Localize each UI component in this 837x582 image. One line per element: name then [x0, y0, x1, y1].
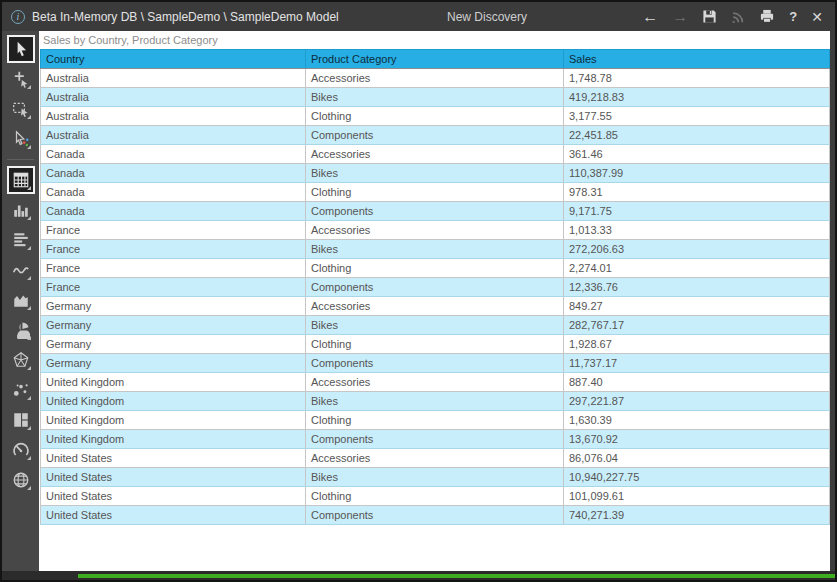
table-cell[interactable]: Canada — [41, 145, 306, 164]
table-cell[interactable]: United Kingdom — [41, 373, 306, 392]
table-cell[interactable]: Accessories — [306, 297, 564, 316]
pie-chart-button[interactable] — [9, 318, 33, 342]
table-cell[interactable]: Components — [306, 202, 564, 221]
table-cell[interactable]: 1,928.67 — [564, 335, 830, 354]
table-cell[interactable]: Australia — [41, 69, 306, 88]
treemap-button[interactable] — [9, 408, 33, 432]
feed-icon[interactable] — [731, 10, 745, 24]
table-cell[interactable]: Australia — [41, 88, 306, 107]
table-cell[interactable]: United States — [41, 506, 306, 525]
table-cell[interactable]: Clothing — [306, 411, 564, 430]
close-icon[interactable]: ✕ — [811, 10, 823, 24]
table-cell[interactable]: Accessories — [306, 69, 564, 88]
table-cell[interactable]: 2,274.01 — [564, 259, 830, 278]
table-cell[interactable]: 110,387.99 — [564, 164, 830, 183]
line-chart-button[interactable] — [9, 258, 33, 282]
table-cell[interactable]: 282,767.17 — [564, 316, 830, 335]
pointer-tool-button[interactable] — [9, 37, 33, 61]
table-cell[interactable]: 297,221.87 — [564, 392, 830, 411]
table-cell[interactable]: 978.31 — [564, 183, 830, 202]
column-header-country[interactable]: Country — [41, 50, 306, 69]
area-chart-button[interactable] — [9, 288, 33, 312]
table-cell[interactable]: Clothing — [306, 487, 564, 506]
bar-chart-button[interactable] — [9, 228, 33, 252]
map-globe-button[interactable] — [9, 468, 33, 492]
table-cell[interactable]: 849.27 — [564, 297, 830, 316]
plus-pointer-tool-button[interactable] — [9, 67, 33, 91]
table-cell[interactable]: 361.46 — [564, 145, 830, 164]
grid-view-button[interactable] — [9, 168, 33, 192]
table-cell[interactable]: Germany — [41, 316, 306, 335]
table-cell[interactable]: 9,171.75 — [564, 202, 830, 221]
table-cell[interactable]: Clothing — [306, 259, 564, 278]
table-cell[interactable]: United States — [41, 487, 306, 506]
table-cell[interactable]: 419,218.83 — [564, 88, 830, 107]
table-cell[interactable]: United Kingdom — [41, 430, 306, 449]
table-cell[interactable]: Canada — [41, 202, 306, 221]
table-cell[interactable]: Components — [306, 430, 564, 449]
table-cell[interactable]: Accessories — [306, 449, 564, 468]
forward-button[interactable]: → — [672, 9, 688, 25]
table-cell[interactable]: 10,940,227.75 — [564, 468, 830, 487]
table-cell[interactable]: 740,271.39 — [564, 506, 830, 525]
table-cell[interactable]: Australia — [41, 126, 306, 145]
table-cell[interactable]: 272,206.63 — [564, 240, 830, 259]
radar-chart-button[interactable] — [9, 348, 33, 372]
table-cell[interactable]: France — [41, 240, 306, 259]
table-cell[interactable]: Components — [306, 126, 564, 145]
table-cell[interactable]: Clothing — [306, 335, 564, 354]
save-icon[interactable] — [702, 9, 717, 24]
table-cell[interactable]: 101,099.61 — [564, 487, 830, 506]
table-cell[interactable]: Bikes — [306, 88, 564, 107]
table-cell[interactable]: Germany — [41, 354, 306, 373]
table-cell[interactable]: Components — [306, 278, 564, 297]
table-cell[interactable]: 887.40 — [564, 373, 830, 392]
table-cell[interactable]: 12,336.76 — [564, 278, 830, 297]
table-cell[interactable]: Clothing — [306, 183, 564, 202]
table-cell[interactable]: Bikes — [306, 392, 564, 411]
table-cell[interactable]: 1,630.39 — [564, 411, 830, 430]
table-cell[interactable]: Australia — [41, 107, 306, 126]
table-cell[interactable]: Bikes — [306, 468, 564, 487]
table-cell[interactable]: 1,748.78 — [564, 69, 830, 88]
pointer-highlight-tool-button[interactable] — [9, 127, 33, 151]
table-cell[interactable]: Germany — [41, 297, 306, 316]
table-cell[interactable]: 11,737.17 — [564, 354, 830, 373]
table-cell[interactable]: United States — [41, 468, 306, 487]
table-cell[interactable]: France — [41, 278, 306, 297]
table-cell[interactable]: United Kingdom — [41, 392, 306, 411]
info-icon[interactable]: i — [11, 10, 25, 24]
table-cell[interactable]: Clothing — [306, 107, 564, 126]
table-cell[interactable]: Components — [306, 354, 564, 373]
gauge-button[interactable] — [9, 438, 33, 462]
table-cell[interactable]: France — [41, 221, 306, 240]
column-chart-button[interactable] — [9, 198, 33, 222]
table-cell[interactable]: Accessories — [306, 145, 564, 164]
marquee-select-tool-button[interactable] — [9, 97, 33, 121]
column-header-product-category[interactable]: Product Category — [306, 50, 564, 69]
table-cell[interactable]: Bikes — [306, 316, 564, 335]
table-row: GermanyBikes282,767.17 — [41, 316, 830, 335]
table-cell[interactable]: 3,177.55 — [564, 107, 830, 126]
table-cell[interactable]: 1,013.33 — [564, 221, 830, 240]
table-cell[interactable]: 86,076.04 — [564, 449, 830, 468]
help-button[interactable]: ? — [789, 10, 797, 23]
table-cell[interactable]: 22,451.85 — [564, 126, 830, 145]
table-row: United StatesAccessories86,076.04 — [41, 449, 830, 468]
column-header-sales[interactable]: Sales — [564, 50, 830, 69]
table-cell[interactable]: Canada — [41, 183, 306, 202]
table-cell[interactable]: United States — [41, 449, 306, 468]
table-cell[interactable]: Bikes — [306, 164, 564, 183]
table-cell[interactable]: Accessories — [306, 221, 564, 240]
table-cell[interactable]: Canada — [41, 164, 306, 183]
table-cell[interactable]: Bikes — [306, 240, 564, 259]
table-cell[interactable]: United Kingdom — [41, 411, 306, 430]
table-cell[interactable]: Accessories — [306, 373, 564, 392]
table-cell[interactable]: 13,670.92 — [564, 430, 830, 449]
table-cell[interactable]: Components — [306, 506, 564, 525]
table-cell[interactable]: Germany — [41, 335, 306, 354]
table-cell[interactable]: France — [41, 259, 306, 278]
scatter-chart-button[interactable] — [9, 378, 33, 402]
print-icon[interactable] — [759, 9, 775, 24]
back-button[interactable]: ← — [642, 9, 658, 25]
